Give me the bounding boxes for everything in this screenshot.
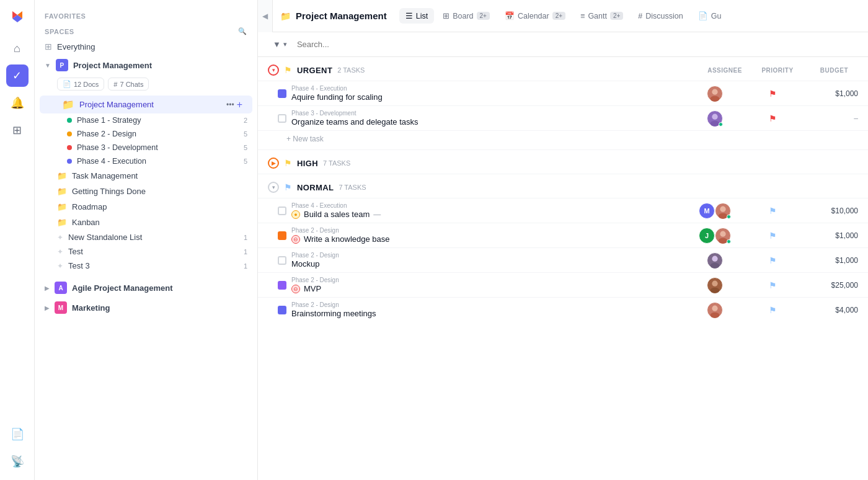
standalone-test3[interactable]: ✦ Test 3 1 (35, 259, 257, 273)
table-row[interactable]: Phase 4 - Execution ● Build a sales team… (258, 198, 868, 223)
budget-cell-3: $10,000 (802, 207, 858, 215)
task-info-2: Phase 3 - Development Organize teams and… (291, 110, 682, 127)
task-checkbox-3[interactable] (278, 207, 286, 215)
discussion-tab-icon: # (638, 12, 642, 20)
assignee-cell-3: M (687, 203, 743, 219)
gantt-tab-badge: 2+ (610, 12, 623, 20)
folder-icon-kanban: 📁 (57, 218, 67, 227)
table-row[interactable]: Phase 2 - Design ⊖ Write a knowledge bas… (258, 223, 868, 247)
task-name-7: Brainstorming meetings (291, 309, 682, 318)
budget-cell-1: $1,000 (802, 89, 858, 98)
table-row[interactable]: Phase 2 - Design ⊖ MVP ⚑ $25,000 (258, 272, 868, 297)
priority-cell-4: ⚑ (748, 231, 797, 241)
calendar-tab-icon: 📅 (505, 11, 515, 20)
space-header-marketing[interactable]: ▶ M Marketing (35, 298, 257, 318)
svg-point-15 (711, 287, 720, 293)
standalone-new-list[interactable]: ✦ New Standalone List 1 (35, 230, 257, 244)
task-dash-3: — (373, 210, 381, 219)
task-checkbox-6[interactable] (278, 281, 286, 290)
home-icon[interactable]: ⌂ (6, 37, 29, 60)
task-checkbox-5[interactable] (278, 256, 286, 265)
svg-point-12 (712, 256, 717, 261)
tab-gu[interactable]: 📄 Gu (692, 8, 728, 24)
svg-point-13 (711, 262, 720, 268)
section-header-high[interactable]: ▶ ⚑ HIGH 7 TASKS (258, 149, 868, 174)
budget-cell-5: $1,000 (802, 256, 858, 265)
list-actions-pm: ••• + (226, 99, 242, 110)
assignee-cell-2 (687, 110, 743, 127)
tasks-icon[interactable]: ✓ (6, 64, 29, 87)
budget-cell-4: $1,000 (802, 231, 858, 240)
section-count-normal: 7 TASKS (339, 184, 366, 191)
col-header-assignee: ASSIGNEE (697, 67, 753, 74)
section-toggle-normal[interactable]: ▾ (268, 182, 279, 193)
standalone-test[interactable]: ✦ Test 1 (35, 244, 257, 259)
table-row[interactable]: Phase 4 - Execution Aquire funding for s… (258, 81, 868, 105)
phase-item-strategy[interactable]: Phase 1 - Strategy 2 (35, 113, 257, 127)
docs-icon[interactable]: 📄 (6, 423, 29, 445)
docs-button[interactable]: 📄 12 Docs (57, 78, 104, 91)
folder-icon-gtd: 📁 (57, 187, 67, 196)
task-info-5: Phase 2 - Design Mockup (291, 252, 682, 269)
phase-item-development[interactable]: Phase 3 - Development 5 (35, 141, 257, 154)
priority-cell-7: ⚑ (748, 305, 797, 315)
table-row[interactable]: Phase 3 - Development Organize teams and… (258, 105, 868, 130)
tab-board[interactable]: ⊞ Board 2+ (436, 8, 496, 24)
status-dot-3: ● (291, 210, 300, 219)
section-name-high: HIGH (297, 159, 318, 168)
task-checkbox-7[interactable] (278, 306, 286, 314)
radio-icon[interactable]: 📡 (6, 450, 29, 473)
folder-kanban[interactable]: 📁 Kanban (35, 215, 257, 230)
sidebar-list-project-management[interactable]: 📁 Project Management ••• + (40, 96, 252, 113)
svg-point-17 (711, 312, 720, 318)
phase-item-execution[interactable]: Phase 4 - Execution 5 (35, 154, 257, 168)
section-toggle-high[interactable]: ▶ (268, 158, 279, 169)
priority-flag-2: ⚑ (769, 113, 777, 123)
assignee-cell-4: J (687, 228, 743, 244)
section-count-urgent: 2 TASKS (337, 66, 365, 74)
filter-icon: ▼ (273, 40, 281, 49)
folder-task-management[interactable]: 📁 Task Management (35, 168, 257, 184)
space-name-pm: Project Management (73, 61, 247, 70)
page-title: Project Management (296, 11, 387, 21)
task-name-4: ⊖ Write a knowledge base (291, 234, 682, 244)
everything-row[interactable]: ⊞ Everything (35, 38, 257, 55)
space-header-agile[interactable]: ▶ A Agile Project Management (35, 278, 257, 298)
new-task-button-urgent[interactable]: + New task (258, 130, 868, 147)
dashboard-icon[interactable]: ⊞ (6, 119, 29, 141)
notifications-icon[interactable]: 🔔 (6, 92, 29, 114)
task-checkbox-1[interactable] (278, 89, 286, 98)
phase-item-design[interactable]: Phase 2 - Design 5 (35, 127, 257, 141)
task-checkbox-4[interactable] (278, 231, 286, 240)
section-header-urgent[interactable]: ▾ ⚑ URGENT 2 TASKS ASSIGNEE PRIORITY BUD… (258, 57, 868, 81)
tab-discussion[interactable]: # Discussion (632, 9, 689, 24)
phase-count-strategy: 2 (244, 117, 247, 124)
task-checkbox-2[interactable] (278, 114, 286, 123)
folder-getting-things-done[interactable]: 📁 Getting Things Done (35, 184, 257, 199)
section-toggle-urgent[interactable]: ▾ (268, 64, 279, 76)
table-row[interactable]: Phase 2 - Design Brainstorming meetings … (258, 297, 868, 322)
folder-roadmap[interactable]: 📁 Roadmap (35, 199, 257, 215)
budget-cell-7: $4,000 (802, 306, 858, 314)
add-list-icon[interactable]: + (237, 99, 242, 110)
table-row[interactable]: Phase 2 - Design Mockup ⚑ $1,000 (258, 247, 868, 272)
search-input[interactable] (297, 40, 858, 49)
chats-button[interactable]: # 7 Chats (108, 78, 149, 91)
phase-dot-strategy (67, 118, 72, 123)
tab-calendar[interactable]: 📅 Calendar 2+ (498, 8, 572, 24)
tab-gantt[interactable]: ≡ Gantt 2+ (574, 9, 629, 24)
section-header-normal[interactable]: ▾ ⚑ NORMAL 7 TASKS (258, 174, 868, 198)
avatar-group-3: M (699, 203, 731, 219)
sidebar-collapse-button[interactable]: ◀ (258, 0, 273, 32)
phase-dot-development (67, 145, 72, 150)
task-info-4: Phase 2 - Design ⊖ Write a knowledge bas… (291, 227, 682, 244)
spaces-search-icon[interactable]: 🔍 (238, 27, 247, 35)
assignee-cell-7 (687, 302, 743, 318)
svg-point-5 (711, 96, 720, 101)
main-content: ◀ 📁 Project Management ☰ List ⊞ Board 2+… (258, 0, 868, 480)
chats-icon-small: # (113, 81, 117, 88)
tab-list[interactable]: ☰ List (399, 8, 434, 24)
filter-button[interactable]: ▼ ▾ (268, 37, 292, 51)
space-header-project-management[interactable]: ▼ P Project Management (35, 55, 257, 75)
more-icon[interactable]: ••• (226, 100, 234, 109)
